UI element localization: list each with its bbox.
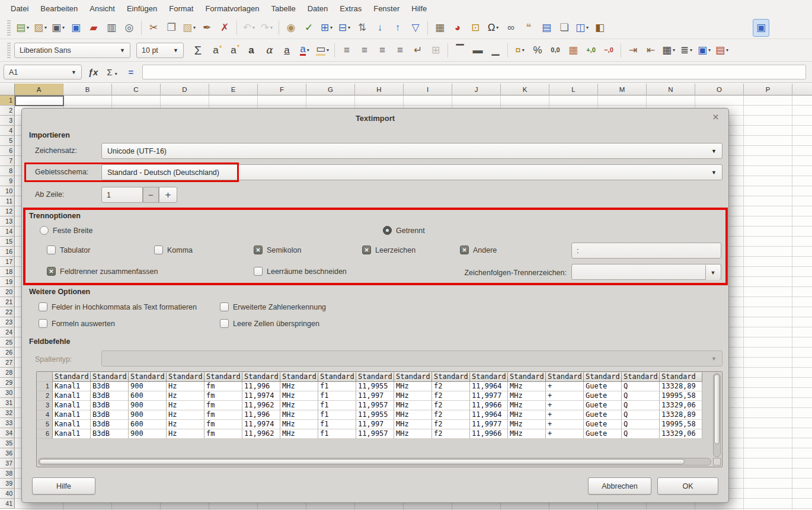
italic-icon[interactable]: α <box>261 42 277 59</box>
preview-column-header-2[interactable]: Standard <box>91 372 129 382</box>
row-header-3[interactable]: 3 <box>0 116 15 126</box>
sort-descending-icon[interactable]: ↓ <box>372 19 388 37</box>
spelling-icon[interactable]: ✓ <box>300 19 317 37</box>
checkbox-icon[interactable] <box>220 319 229 328</box>
preview-column-header-6[interactable]: Standard <box>242 372 280 382</box>
select-all-corner[interactable] <box>0 84 15 95</box>
bold-icon[interactable]: a <box>243 42 260 59</box>
preview-column-header-1[interactable]: Standard <box>53 372 91 382</box>
scrollbar-thumb[interactable] <box>714 374 720 444</box>
row-header-36[interactable]: 36 <box>0 448 15 458</box>
row-header-4[interactable]: 4 <box>0 126 15 136</box>
checkbox-icon[interactable] <box>47 246 56 254</box>
insert-comment-icon[interactable]: ❝ <box>520 19 537 37</box>
row-header-14[interactable]: 14 <box>0 227 15 237</box>
menu-tabelle[interactable]: Tabelle <box>265 1 301 16</box>
copy-icon[interactable]: ❐ <box>163 19 180 37</box>
column-header-n[interactable]: N <box>647 84 695 95</box>
new-spreadsheet-icon[interactable]: ▤▾ <box>14 19 31 37</box>
cut-icon[interactable]: ✂ <box>145 19 162 37</box>
decrease-indent-icon[interactable]: ⇤ <box>642 42 659 59</box>
clear-formatting-icon[interactable]: ✗ <box>216 19 233 37</box>
currency-icon[interactable]: ¤▾ <box>512 42 528 59</box>
row-header-5[interactable]: 5 <box>0 136 15 146</box>
column-header-e[interactable]: E <box>209 84 258 95</box>
font-color-icon[interactable]: a▾ <box>296 42 313 59</box>
print-icon[interactable]: ▥ <box>103 19 120 37</box>
freeze-rows-columns-icon[interactable]: ◫▾ <box>574 19 590 37</box>
menu-einfgen[interactable]: Einfügen <box>121 1 163 16</box>
row-header-29[interactable]: 29 <box>0 378 15 388</box>
string-delimiter-combo[interactable]: ▼ <box>571 264 721 280</box>
row-header-10[interactable]: 10 <box>0 186 15 196</box>
menu-bearbeiten[interactable]: Bearbeiten <box>34 1 84 16</box>
function-wizard-icon[interactable]: ƒx <box>85 67 101 77</box>
close-icon[interactable]: ✕ <box>712 113 719 122</box>
cancel-button[interactable]: Abbrechen <box>588 477 651 495</box>
row-header-19[interactable]: 19 <box>0 277 15 287</box>
menu-hilfe[interactable]: Hilfe <box>405 1 433 16</box>
row-header-9[interactable]: 9 <box>0 176 15 186</box>
row-header-6[interactable]: 6 <box>0 146 15 156</box>
font-name-combo[interactable]: Liberation Sans ▼ <box>14 43 130 58</box>
preview-column-header-8[interactable]: Standard <box>318 372 356 382</box>
row-header-41[interactable]: 41 <box>0 499 15 509</box>
preview-column-header-5[interactable]: Standard <box>204 372 242 382</box>
justify-icon[interactable]: ≡ <box>392 42 408 59</box>
column-header-k[interactable]: K <box>501 84 549 95</box>
preview-column-header-12[interactable]: Standard <box>470 372 508 382</box>
save-as-icon[interactable]: ▣ <box>68 19 84 37</box>
other-separator-input[interactable]: : <box>571 243 721 259</box>
column-header-h[interactable]: H <box>355 84 404 95</box>
row-header-22[interactable]: 22 <box>0 307 15 317</box>
row-header-8[interactable]: 8 <box>0 166 15 176</box>
row-header-7[interactable]: 7 <box>0 156 15 166</box>
selected-cell-a1[interactable] <box>15 95 64 106</box>
column-header-f[interactable]: F <box>258 84 306 95</box>
align-center-icon[interactable]: ≡ <box>356 42 373 59</box>
print-area-icon[interactable]: ❏ <box>556 19 573 37</box>
insert-chart-icon[interactable]: ◕ <box>449 19 466 37</box>
checkbox-icon[interactable] <box>154 246 163 254</box>
chevron-down-icon[interactable]: ▼ <box>167 47 178 53</box>
borders-icon[interactable]: ▦▾ <box>660 42 677 59</box>
row-header-11[interactable]: 11 <box>0 196 15 206</box>
insert-pivot-table-icon[interactable]: ⊡ <box>467 19 484 37</box>
increase-indent-icon[interactable]: ⇥ <box>625 42 641 59</box>
row-header-26[interactable]: 26 <box>0 348 15 358</box>
column-header-d[interactable]: D <box>161 84 209 95</box>
row-header-31[interactable]: 31 <box>0 398 15 408</box>
border-style-icon[interactable]: ≣▾ <box>678 42 695 59</box>
menu-formatvorlagen[interactable]: Formatvorlagen <box>199 1 265 16</box>
space-checkbox[interactable]: Leerzeichen <box>362 246 415 254</box>
preview-column-header-4[interactable]: Standard <box>167 372 204 382</box>
align-bottom-icon[interactable]: ▁ <box>487 42 504 59</box>
row-header-38[interactable]: 38 <box>0 468 15 479</box>
sort-ascending-icon[interactable]: ↑ <box>389 19 406 37</box>
row-header-25[interactable]: 25 <box>0 337 15 348</box>
chevron-down-icon[interactable]: ▼ <box>705 265 720 280</box>
number-format-icon[interactable]: 0,0 <box>547 42 564 59</box>
row-header-37[interactable]: 37 <box>0 458 15 468</box>
evaluate-formulas-checkbox[interactable]: Formeln auswerten <box>39 319 115 328</box>
chevron-down-icon[interactable]: ▼ <box>71 69 76 75</box>
column-header-o[interactable]: O <box>695 84 744 95</box>
sum-icon[interactable]: Σ <box>190 42 206 59</box>
menu-fenster[interactable]: Fenster <box>367 1 405 16</box>
row-header-17[interactable]: 17 <box>0 257 15 267</box>
align-top-icon[interactable]: ▔ <box>452 42 468 59</box>
preview-column-header-17[interactable]: Standard <box>660 372 702 382</box>
insert-column-icon[interactable]: ⊟▾ <box>336 19 353 37</box>
locale-combo[interactable]: Standard - Deutsch (Deutschland) ▼ <box>101 164 723 180</box>
highlight-color-icon[interactable]: ▭▾ <box>314 42 331 59</box>
semicolon-checkbox[interactable]: Semikolon <box>254 246 301 254</box>
checkbox-icon[interactable] <box>362 246 371 254</box>
export-pdf-icon[interactable]: ▰ <box>85 19 102 37</box>
merge-delimiters-checkbox[interactable]: Feldtrenner zusammenfassen <box>47 267 158 276</box>
menu-format[interactable]: Format <box>163 1 199 16</box>
headers-and-footers-icon[interactable]: ▤ <box>538 19 555 37</box>
checkbox-icon[interactable] <box>39 302 47 311</box>
column-header-i[interactable]: I <box>404 84 452 95</box>
preview-column-header-11[interactable]: Standard <box>432 372 470 382</box>
column-header-g[interactable]: G <box>306 84 355 95</box>
